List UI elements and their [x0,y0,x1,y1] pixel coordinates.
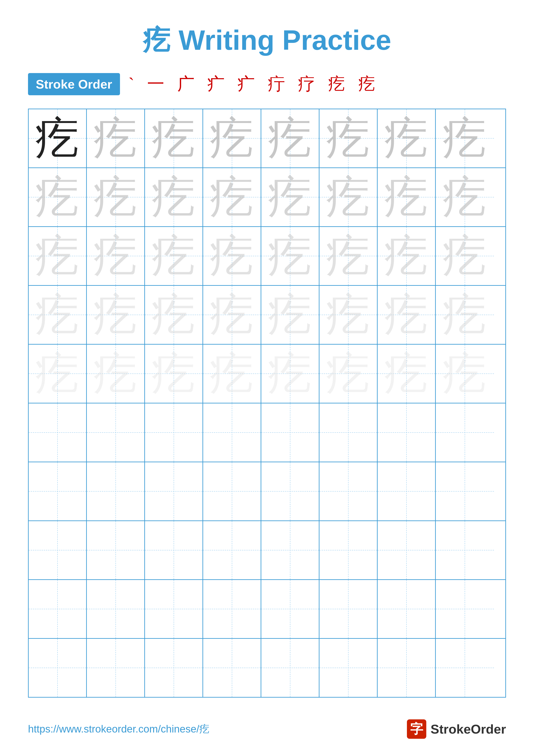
grid-cell-empty[interactable] [145,639,203,697]
character-faded: 疙 [442,292,488,338]
character-faded: 疙 [209,292,255,338]
grid-cell-empty[interactable] [436,521,494,579]
grid-cell-empty[interactable] [378,639,436,697]
grid-cell: 疙 [203,227,261,285]
grid-cell-empty[interactable] [87,403,145,462]
footer: https://www.strokeorder.com/chinese/疙 字 … [0,719,534,739]
grid-cell: 疙 [87,286,145,344]
grid-cell: 疙 [378,109,436,168]
grid-cell-empty[interactable] [378,403,436,462]
grid-cell-empty[interactable] [319,462,378,521]
grid-cell-empty[interactable] [203,639,261,697]
grid-cell: 疙 [436,109,494,168]
grid-cell-empty[interactable] [261,403,319,462]
character-faded: 疙 [35,351,80,396]
stroke-order-chars: ` 一 广 疒 疒 疔 疗 疙 疙 [129,72,380,96]
character-faded: 疙 [209,116,255,161]
grid-cell-empty[interactable] [203,580,261,638]
grid-cell-empty[interactable] [436,462,494,521]
grid-row: 疙 疙 疙 疙 疙 疙 疙 疙 [29,168,505,227]
character-faded: 疙 [326,175,371,220]
grid-cell: 疙 [319,168,378,226]
grid-cell-empty[interactable] [378,521,436,579]
grid-cell-empty[interactable] [261,462,319,521]
grid-cell-empty[interactable] [436,580,494,638]
character-faded: 疙 [326,116,371,161]
character-faded: 疙 [442,233,488,279]
character-faded: 疙 [384,233,429,279]
grid-cell-empty[interactable] [145,462,203,521]
grid-cell-empty[interactable] [145,580,203,638]
grid-cell-empty[interactable] [319,580,378,638]
grid-cell-empty[interactable] [261,580,319,638]
stroke-order-section: Stroke Order ` 一 广 疒 疒 疔 疗 疙 疙 [0,72,534,96]
character-faded: 疙 [151,233,196,279]
stroke-order-badge: Stroke Order [28,73,120,95]
character-faded: 疙 [209,175,255,220]
grid-cell: 疙 [378,168,436,226]
grid-cell-empty[interactable] [319,521,378,579]
grid-cell: 疙 [29,168,87,226]
grid-cell-empty[interactable] [378,580,436,638]
grid-cell-empty[interactable] [29,580,87,638]
grid-cell: 疙 [29,286,87,344]
grid-cell: 疙 [145,345,203,403]
grid-cell: 疙 [203,168,261,226]
character-faded: 疙 [93,351,138,396]
footer-brand: 字 StrokeOrder [407,719,506,739]
grid-cell-empty[interactable] [87,639,145,697]
character-faded: 疙 [267,116,313,161]
grid-cell-empty[interactable] [203,462,261,521]
grid-cell-empty[interactable] [29,462,87,521]
character-faded: 疙 [326,292,371,338]
grid-cell-empty[interactable] [87,462,145,521]
character-faded: 疙 [267,351,313,396]
grid-cell: 疙 [319,345,378,403]
character-faded: 疙 [326,233,371,279]
footer-brand-name: StrokeOrder [431,722,506,737]
character-faded: 疙 [151,116,196,161]
grid-cell: 疙 [378,227,436,285]
character-faded: 疙 [267,233,313,279]
grid-row-empty[interactable] [29,403,505,462]
grid-cell: 疙 [203,109,261,168]
grid-cell-empty[interactable] [29,521,87,579]
character-faded: 疙 [442,175,488,220]
character-faded: 疙 [93,116,138,161]
grid-cell-empty[interactable] [145,521,203,579]
grid-cell-empty[interactable] [203,403,261,462]
grid-cell: 疙 [261,345,319,403]
grid-row: 疙 疙 疙 疙 疙 疙 疙 疙 [29,286,505,345]
grid-row-empty[interactable] [29,521,505,580]
character-faded: 疙 [35,233,80,279]
character-faded: 疙 [267,292,313,338]
footer-url-link[interactable]: https://www.strokeorder.com/chinese/疙 [28,722,210,736]
grid-row-empty[interactable] [29,462,505,521]
grid-cell-empty[interactable] [378,462,436,521]
grid-cell: 疙 [203,286,261,344]
grid-row-empty[interactable] [29,580,505,639]
character-faded: 疙 [93,233,138,279]
grid-cell-empty[interactable] [29,403,87,462]
character-faded: 疙 [442,116,488,161]
grid-cell-empty[interactable] [261,521,319,579]
grid-cell-empty[interactable] [145,403,203,462]
grid-row-empty[interactable] [29,639,505,697]
grid-cell: 疙 [378,286,436,344]
grid-cell-empty[interactable] [261,639,319,697]
grid-cell-empty[interactable] [436,403,494,462]
grid-cell-empty[interactable] [29,639,87,697]
grid-cell: 疙 [203,345,261,403]
grid-cell: 疙 [29,227,87,285]
grid-cell-empty[interactable] [87,580,145,638]
grid-cell: 疙 [145,227,203,285]
grid-cell-empty[interactable] [319,403,378,462]
grid-cell-empty[interactable] [203,521,261,579]
character-faded: 疙 [209,233,255,279]
grid-cell-empty[interactable] [436,639,494,697]
character-faded: 疙 [384,292,429,338]
grid-cell: 疙 [145,286,203,344]
grid-cell: 疙 [436,168,494,226]
grid-cell-empty[interactable] [319,639,378,697]
grid-cell-empty[interactable] [87,521,145,579]
